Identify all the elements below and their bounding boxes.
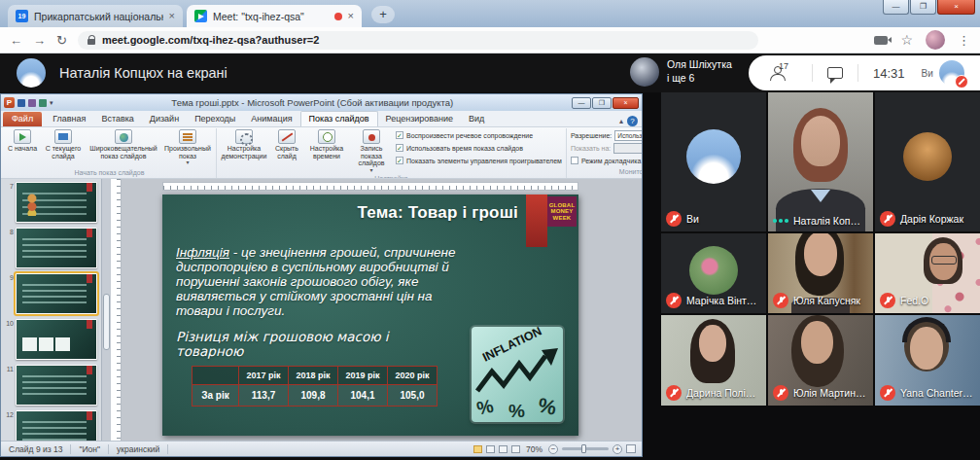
participant-tile[interactable]: Дарія Коржак xyxy=(875,92,980,231)
camera-permission-icon[interactable] xyxy=(874,36,888,45)
zoom-slider[interactable] xyxy=(562,447,609,450)
tab-file[interactable]: Файл xyxy=(3,112,42,126)
tab-close-icon[interactable]: × xyxy=(169,11,175,21)
browser-menu-icon[interactable]: ⋮ xyxy=(958,34,970,47)
tab-close-icon[interactable]: × xyxy=(348,11,354,21)
normal-view-icon[interactable] xyxy=(473,445,482,453)
tab-animations[interactable]: Анимация xyxy=(243,112,299,126)
zoom-slider-knob[interactable] xyxy=(581,444,586,453)
rehearse-timings-button[interactable]: Настройка времени xyxy=(304,128,349,160)
participant-tile[interactable]: Yana Chanter… xyxy=(875,315,980,406)
scrollbar-thumb[interactable] xyxy=(103,294,110,350)
ppt-window-title: Тема гроші.pptx - Microsoft PowerPoint (… xyxy=(56,97,569,108)
calendar-favicon: 19 xyxy=(16,10,28,22)
custom-slideshow-button[interactable]: Произвольный показ ▾ xyxy=(161,128,214,167)
tab-slideshow[interactable]: Показ слайдов xyxy=(300,111,378,126)
participant-tile[interactable]: Юля Капусняк xyxy=(768,233,873,313)
svg-text:%: % xyxy=(536,393,558,418)
zoom-in-button[interactable]: + xyxy=(612,444,622,454)
record-slideshow-button[interactable]: Запись показа слайдов ▾ xyxy=(350,128,393,174)
language-indicator[interactable]: украинский xyxy=(109,444,168,454)
tab-insert[interactable]: Вставка xyxy=(93,112,141,126)
checkbox-label: Показать элементы управления проигрывате… xyxy=(406,158,562,164)
slide-editing-canvas[interactable]: Тема: Товар і гроші GLOBAL MONEY WEEK Ін… xyxy=(122,179,642,441)
meet-header-pill: 17 14:31 Ви xyxy=(749,55,980,90)
mic-muted-icon xyxy=(666,211,682,227)
collapse-ribbon-icon[interactable]: ▴ xyxy=(619,117,623,125)
participant-tile[interactable]: Наталія Коп… xyxy=(768,92,873,231)
participant-tile[interactable]: Марічка Вінт… xyxy=(661,233,766,313)
slide-thumbnail[interactable] xyxy=(16,228,97,268)
ppt-minimize-button[interactable]: — xyxy=(572,97,591,109)
address-bar[interactable]: meet.google.com/txq-ihez-qsa?authuser=2 xyxy=(78,31,758,50)
tab-home[interactable]: Главная xyxy=(45,112,93,126)
fit-to-window-icon[interactable] xyxy=(626,444,636,453)
mic-muted-icon xyxy=(773,385,788,401)
undo-icon[interactable] xyxy=(28,99,36,107)
pinned-participant[interactable]: Оля Шліхуткаі ще 6 xyxy=(630,57,732,87)
clock-time: 14:31 xyxy=(873,66,905,81)
chat-icon[interactable] xyxy=(827,67,843,79)
from-current-slide-button[interactable]: С текущего слайда xyxy=(41,128,86,160)
tab-view[interactable]: Вид xyxy=(461,112,492,126)
bookmark-star-icon[interactable]: ☆ xyxy=(900,33,913,47)
participant-name: Ви xyxy=(686,213,699,225)
ppt-maximize-button[interactable]: ❐ xyxy=(592,97,612,109)
zoom-out-button[interactable]: − xyxy=(548,444,558,454)
slide-thumbnail[interactable] xyxy=(16,319,97,360)
people-button[interactable]: 17 xyxy=(770,66,797,80)
participant-tile-you[interactable]: Ви xyxy=(661,92,766,231)
slide-canvas[interactable]: Тема: Товар і гроші GLOBAL MONEY WEEK Ін… xyxy=(162,195,578,436)
use-timings-checkbox[interactable]: ✓ Использовать время показа слайдов xyxy=(396,142,562,154)
participant-tile[interactable]: Дарина Полі… xyxy=(661,315,766,406)
presenter-view-checkbox[interactable]: Режим докладчика xyxy=(571,155,642,166)
slide-thumbnail[interactable] xyxy=(16,182,97,223)
browser-profile-avatar[interactable] xyxy=(926,30,945,50)
qat-dropdown-icon[interactable]: ▾ xyxy=(50,99,53,107)
maximize-button[interactable]: ❐ xyxy=(910,0,936,15)
slideshow-icon[interactable] xyxy=(39,99,47,107)
inflation-table: 2017 рік 2018 рік 2019 рік 2020 рік За р… xyxy=(192,366,438,407)
browser-tab-meet[interactable]: Meet: "txq-ihez-qsa" × xyxy=(187,5,362,27)
slide-thumbnail-selected[interactable] xyxy=(16,273,97,314)
participant-tile[interactable]: Юлія Мартин… xyxy=(768,315,873,406)
ppt-title-bar[interactable]: P ▾ Тема гроші.pptx - Microsoft PowerPoi… xyxy=(1,94,642,111)
ppt-close-button[interactable]: × xyxy=(612,97,639,109)
divider xyxy=(858,64,858,82)
show-on-dropdown[interactable]: ▾ xyxy=(613,143,642,154)
reading-view-icon[interactable] xyxy=(499,445,508,453)
broadcast-slideshow-button[interactable]: Широковещательный показ слайдов xyxy=(87,128,160,160)
show-media-controls-checkbox[interactable]: ✓ Показать элементы управления проигрыва… xyxy=(396,155,562,166)
hide-slide-button[interactable]: Скрыть слайд xyxy=(270,128,303,160)
mic-muted-icon xyxy=(773,293,788,308)
tab-transitions[interactable]: Переходы xyxy=(187,112,243,126)
back-icon[interactable]: ← xyxy=(10,34,22,47)
window-controls: — ❐ × xyxy=(883,0,975,15)
help-icon[interactable]: ? xyxy=(627,116,638,126)
play-narrations-checkbox[interactable]: ✓ Воспроизвести речевое сопровождение xyxy=(396,129,562,141)
browser-tab-calendar[interactable]: 19 Прикарпатський національний × xyxy=(8,5,183,27)
slide-thumbnail[interactable] xyxy=(16,365,97,406)
thumbnail-scrollbar[interactable] xyxy=(102,179,111,441)
new-tab-button[interactable]: + xyxy=(371,6,395,23)
resolution-label: Разрешение: xyxy=(571,132,612,139)
save-icon[interactable] xyxy=(18,99,25,107)
ribbon-group-monitors: Разрешение: Использовать текуще... ▾ Пок… xyxy=(567,128,642,178)
svg-text:%: % xyxy=(508,401,525,421)
mic-muted-icon xyxy=(666,385,682,401)
self-view[interactable]: Ви xyxy=(922,60,964,86)
slideshow-view-icon[interactable] xyxy=(511,445,520,453)
close-button[interactable]: × xyxy=(937,0,975,15)
minimize-button[interactable]: — xyxy=(883,0,909,15)
participant-tile[interactable]: Fed.O xyxy=(875,233,980,313)
setup-slideshow-button[interactable]: Настройка демонстрации xyxy=(219,128,269,160)
slide-sorter-view-icon[interactable] xyxy=(486,445,495,453)
resolution-dropdown[interactable]: Использовать текуще... ▾ xyxy=(614,130,642,141)
forward-icon[interactable]: → xyxy=(33,34,46,47)
from-start-button[interactable]: С начала xyxy=(5,128,40,154)
horizontal-ruler xyxy=(162,182,578,191)
slide-thumbnail[interactable] xyxy=(16,410,97,441)
tab-design[interactable]: Дизайн xyxy=(142,112,187,126)
tab-review[interactable]: Рецензирование xyxy=(378,112,462,126)
reload-icon[interactable]: ↻ xyxy=(56,34,67,47)
